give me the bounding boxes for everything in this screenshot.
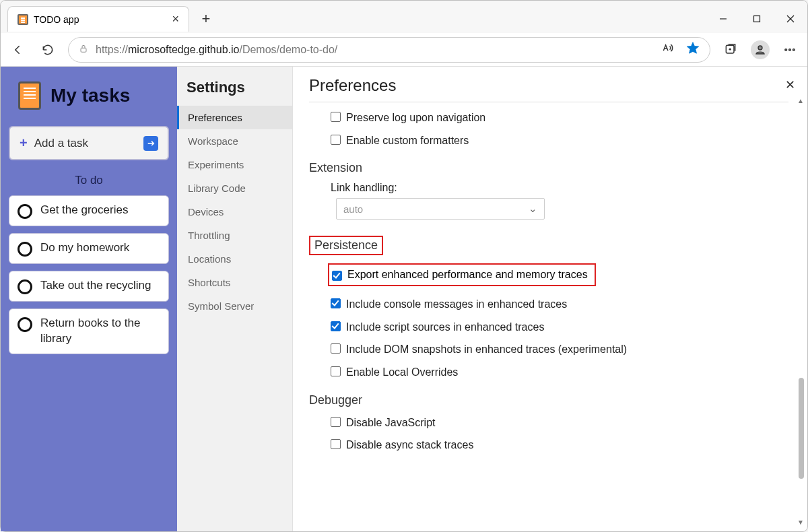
addr-right	[661, 41, 700, 59]
svg-point-7	[785, 48, 787, 51]
chevron-down-icon: ⌄	[529, 203, 537, 215]
browser-tab[interactable]: TODO app ×	[7, 6, 189, 32]
persistence-checkbox[interactable]	[331, 343, 341, 354]
lock-icon	[78, 43, 89, 57]
settings-nav-preferences[interactable]: Preferences	[177, 106, 292, 129]
link-handling-select[interactable]: auto ⌄	[336, 198, 545, 220]
persistence-checkbox[interactable]	[331, 366, 341, 376]
debugger-checkbox[interactable]	[331, 417, 341, 427]
preferences-heading: Preferences	[309, 76, 788, 102]
persistence-label: Include script sources in enhanced trace…	[346, 320, 544, 335]
debugger-option[interactable]: Disable async stack traces	[331, 438, 788, 453]
task-item[interactable]: Do my homework	[9, 233, 169, 264]
svg-rect-1	[754, 16, 760, 22]
link-handling-label: Link handling:	[331, 182, 788, 194]
settings-nav-locations[interactable]: Locations	[177, 247, 292, 271]
plus-icon: +	[20, 135, 28, 151]
settings-nav-library-code[interactable]: Library Code	[177, 176, 292, 200]
persistence-option[interactable]: Enable Local Overrides	[331, 365, 788, 380]
back-button[interactable]	[5, 36, 32, 63]
debugger-checkbox[interactable]	[331, 439, 341, 449]
settings-nav-shortcuts[interactable]: Shortcuts	[177, 271, 292, 294]
settings-nav-throttling[interactable]: Throttling	[177, 224, 292, 247]
titlebar: TODO app × +	[1, 1, 807, 33]
profile-button[interactable]	[747, 36, 774, 63]
settings-sidebar: Settings PreferencesWorkspaceExperiments…	[177, 67, 293, 531]
svg-rect-4	[81, 48, 86, 52]
persistence-heading: Persistence	[309, 236, 383, 255]
close-panel-button[interactable]: ✕	[785, 77, 795, 92]
export-traces-option[interactable]: Export enhanced performance and memory t…	[328, 263, 596, 286]
tab-title: TODO app	[34, 14, 79, 25]
toolbar: https://microsoftedge.github.io/Demos/de…	[1, 33, 807, 67]
task-radio-icon[interactable]	[18, 279, 32, 294]
new-tab-button[interactable]: +	[195, 7, 217, 30]
svg-point-9	[793, 48, 795, 51]
debugger-label: Disable JavaScript	[346, 415, 436, 430]
task-list: Get the groceriesDo my homeworkTake out …	[6, 195, 172, 354]
window-controls	[706, 5, 807, 32]
url-text: https://microsoftedge.github.io/Demos/de…	[96, 44, 337, 56]
settings-nav-devices[interactable]: Devices	[177, 200, 292, 224]
menu-button[interactable]	[776, 36, 803, 63]
persistence-label: Enable Local Overrides	[346, 365, 458, 380]
submit-arrow-icon[interactable]: ➔	[143, 136, 158, 151]
collections-button[interactable]	[717, 36, 744, 63]
minimize-button[interactable]	[706, 5, 740, 32]
top-option[interactable]: Preserve log upon navigation	[331, 110, 788, 125]
export-traces-label: Export enhanced performance and memory t…	[347, 269, 588, 281]
task-item[interactable]: Return books to the library	[9, 308, 169, 354]
top-option[interactable]: Enable custom formatters	[331, 133, 788, 148]
scroll-down-icon[interactable]: ▼	[795, 517, 806, 527]
refresh-button[interactable]	[34, 36, 61, 63]
scroll-thumb[interactable]	[799, 378, 804, 479]
persistence-checkbox[interactable]	[331, 298, 341, 308]
top-label: Enable custom formatters	[346, 133, 469, 148]
top-checkbox[interactable]	[331, 112, 341, 122]
maximize-button[interactable]	[740, 5, 774, 32]
add-task-button[interactable]: + Add a task ➔	[9, 126, 169, 160]
task-radio-icon[interactable]	[18, 204, 32, 219]
extension-heading: Extension	[309, 161, 788, 175]
section-heading: To do	[6, 174, 172, 187]
scrollbar[interactable]: ▲ ▼	[795, 95, 806, 527]
preferences-pane: ✕ Preferences Preserve log upon navigati…	[293, 67, 807, 531]
scroll-up-icon[interactable]: ▲	[795, 95, 806, 106]
task-item[interactable]: Get the groceries	[9, 195, 169, 226]
task-radio-icon[interactable]	[18, 317, 32, 332]
address-bar[interactable]: https://microsoftedge.github.io/Demos/de…	[68, 37, 710, 63]
avatar-icon	[751, 40, 770, 59]
settings-nav-experiments[interactable]: Experiments	[177, 153, 292, 176]
persistence-label: Include console messages in enhanced tra…	[346, 297, 567, 312]
debugger-label: Disable async stack traces	[346, 438, 473, 453]
settings-heading: Settings	[177, 76, 292, 106]
app-header: My tasks	[18, 81, 169, 110]
add-task-label: Add a task	[34, 137, 88, 150]
settings-nav-workspace[interactable]: Workspace	[177, 129, 292, 153]
favorite-star-icon[interactable]	[685, 41, 700, 59]
persistence-option[interactable]: Include script sources in enhanced trace…	[331, 320, 788, 335]
persistence-label: Include DOM snapshots in enhanced traces…	[346, 342, 627, 357]
settings-nav-symbol-server[interactable]: Symbol Server	[177, 294, 292, 318]
task-label: Take out the recycling	[40, 278, 151, 294]
export-traces-checkbox[interactable]	[332, 271, 342, 281]
tab-favicon-icon	[18, 14, 28, 25]
task-label: Get the groceries	[40, 203, 128, 218]
task-item[interactable]: Take out the recycling	[9, 271, 169, 302]
svg-point-6	[758, 46, 762, 50]
top-checkbox[interactable]	[331, 135, 341, 145]
task-label: Return books to the library	[40, 316, 160, 347]
persistence-option[interactable]: Include DOM snapshots in enhanced traces…	[331, 342, 788, 357]
content: My tasks + Add a task ➔ To do Get the gr…	[1, 67, 807, 531]
browser-window: TODO app × + https://microsoftedge.githu…	[0, 0, 808, 532]
debugger-option[interactable]: Disable JavaScript	[331, 415, 788, 430]
app-title: My tasks	[50, 85, 130, 106]
persistence-checkbox[interactable]	[331, 321, 341, 331]
task-label: Do my homework	[40, 240, 129, 256]
persistence-option[interactable]: Include console messages in enhanced tra…	[331, 297, 788, 312]
close-window-button[interactable]	[774, 5, 807, 32]
tab-close-icon[interactable]: ×	[172, 12, 179, 26]
read-aloud-icon[interactable]	[661, 42, 675, 58]
task-radio-icon[interactable]	[18, 242, 32, 257]
link-handling-value: auto	[343, 203, 363, 215]
